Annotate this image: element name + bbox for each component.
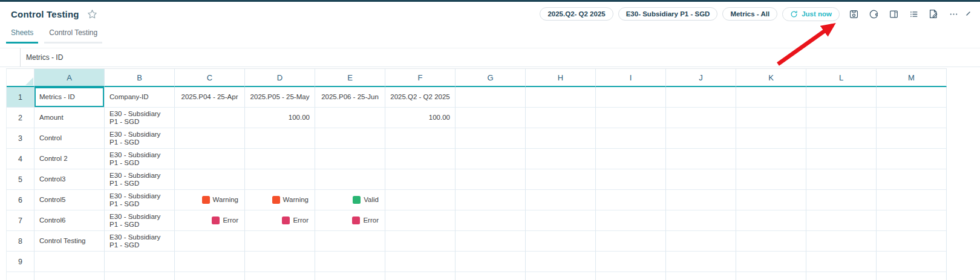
cell-H4[interactable] — [526, 149, 596, 169]
cell-J8[interactable] — [666, 231, 736, 252]
cell-B7[interactable]: E30 - Subsidiary P1 - SGD — [105, 210, 175, 231]
cell-K5[interactable] — [736, 169, 806, 190]
cell-B3[interactable]: E30 - Subsidiary P1 - SGD — [105, 128, 175, 149]
cell-L9[interactable] — [806, 252, 877, 272]
cell-F5[interactable] — [385, 169, 456, 190]
cell-A10[interactable] — [34, 272, 105, 280]
cell-A8[interactable]: Control Testing — [34, 231, 105, 252]
cell-A7[interactable]: Control6 — [34, 210, 105, 231]
cell-K9[interactable] — [736, 252, 806, 272]
cell-G4[interactable] — [456, 149, 526, 169]
cell-J7[interactable] — [666, 210, 736, 231]
cell-L8[interactable] — [806, 231, 877, 252]
row-header-4[interactable]: 4 — [7, 149, 34, 169]
row-header-3[interactable]: 3 — [7, 128, 34, 149]
cell-B1[interactable]: Company-ID — [105, 87, 175, 108]
cell-K10[interactable] — [736, 272, 806, 280]
save-icon[interactable] — [848, 8, 860, 20]
cell-C2[interactable] — [175, 108, 245, 128]
cell-C9[interactable] — [175, 252, 245, 272]
cell-B6[interactable]: E30 - Subsidiary P1 - SGD — [105, 190, 175, 210]
cell-J5[interactable] — [666, 169, 736, 190]
cell-C6[interactable]: Warning — [175, 190, 245, 210]
cell-G1[interactable] — [456, 87, 526, 108]
cell-F9[interactable] — [385, 252, 456, 272]
cell-M4[interactable] — [877, 149, 947, 169]
cell-I6[interactable] — [596, 190, 666, 210]
cell-D1[interactable]: 2025.P05 - 25-May — [245, 87, 315, 108]
cell-B9[interactable] — [105, 252, 175, 272]
tab-sheets[interactable]: Sheets — [6, 28, 38, 44]
cell-J6[interactable] — [666, 190, 736, 210]
cell-D3[interactable] — [245, 128, 315, 149]
cell-M10[interactable] — [877, 272, 947, 280]
cell-I10[interactable] — [596, 272, 666, 280]
cell-G7[interactable] — [456, 210, 526, 231]
cell-E9[interactable] — [315, 252, 385, 272]
cell-I3[interactable] — [596, 128, 666, 149]
time-filter-chip[interactable]: 2025.Q2- Q2 2025 — [540, 7, 613, 21]
column-header-L[interactable]: L — [806, 69, 877, 87]
side-panel-icon[interactable] — [887, 8, 900, 20]
cell-C1[interactable]: 2025.P04 - 25-Apr — [175, 87, 245, 108]
cell-I7[interactable] — [596, 210, 666, 231]
cell-G9[interactable] — [456, 252, 526, 272]
cell-E8[interactable] — [315, 231, 385, 252]
cell-K1[interactable] — [736, 87, 806, 108]
cell-G3[interactable] — [456, 128, 526, 149]
cell-L3[interactable] — [806, 128, 877, 149]
cell-J2[interactable] — [666, 108, 736, 128]
cell-I4[interactable] — [596, 149, 666, 169]
cell-H5[interactable] — [526, 169, 596, 190]
cell-K7[interactable] — [736, 210, 806, 231]
column-header-K[interactable]: K — [736, 69, 806, 87]
metrics-filter-chip[interactable]: Metrics - All — [722, 7, 777, 21]
column-header-H[interactable]: H — [526, 69, 596, 87]
cell-M5[interactable] — [877, 169, 947, 190]
row-header-partial[interactable] — [7, 272, 34, 280]
column-header-D[interactable]: D — [245, 69, 315, 87]
cell-D6[interactable]: Warning — [245, 190, 315, 210]
cell-E10[interactable] — [315, 272, 385, 280]
cell-E6[interactable]: Valid — [315, 190, 385, 210]
cell-M6[interactable] — [877, 190, 947, 210]
cell-F4[interactable] — [385, 149, 456, 169]
cell-F8[interactable] — [385, 231, 456, 252]
cell-B2[interactable]: E30 - Subsidiary P1 - SGD — [105, 108, 175, 128]
cell-M9[interactable] — [877, 252, 947, 272]
cell-C8[interactable] — [175, 231, 245, 252]
cell-H10[interactable] — [526, 272, 596, 280]
cell-A3[interactable]: Control — [34, 128, 105, 149]
cell-K2[interactable] — [736, 108, 806, 128]
column-header-E[interactable]: E — [315, 69, 385, 87]
cell-I2[interactable] — [596, 108, 666, 128]
cell-G10[interactable] — [456, 272, 526, 280]
select-all-corner[interactable] — [7, 69, 34, 87]
cell-F6[interactable] — [385, 190, 456, 210]
cell-L5[interactable] — [806, 169, 877, 190]
formula-bar[interactable]: Metrics - ID — [0, 48, 980, 67]
favorite-star-icon[interactable] — [87, 9, 97, 19]
cell-I8[interactable] — [596, 231, 666, 252]
cell-J10[interactable] — [666, 272, 736, 280]
cell-L2[interactable] — [806, 108, 877, 128]
cell-A4[interactable]: Control 2 — [34, 149, 105, 169]
cell-K3[interactable] — [736, 128, 806, 149]
cell-G6[interactable] — [456, 190, 526, 210]
cell-J3[interactable] — [666, 128, 736, 149]
level-filter-chip[interactable]: E30- Subsidiary P1 - SGD — [618, 7, 718, 21]
cell-J9[interactable] — [666, 252, 736, 272]
cell-M3[interactable] — [877, 128, 947, 149]
cell-K6[interactable] — [736, 190, 806, 210]
cell-C3[interactable] — [175, 128, 245, 149]
cell-H1[interactable] — [526, 87, 596, 108]
row-header-6[interactable]: 6 — [7, 190, 34, 210]
cell-H7[interactable] — [526, 210, 596, 231]
cell-E4[interactable] — [315, 149, 385, 169]
cell-D4[interactable] — [245, 149, 315, 169]
cell-M8[interactable] — [877, 231, 947, 252]
cell-F2[interactable]: 100.00 — [385, 108, 456, 128]
column-header-M[interactable]: M — [877, 69, 947, 87]
row-header-2[interactable]: 2 — [7, 108, 34, 128]
cell-L6[interactable] — [806, 190, 877, 210]
